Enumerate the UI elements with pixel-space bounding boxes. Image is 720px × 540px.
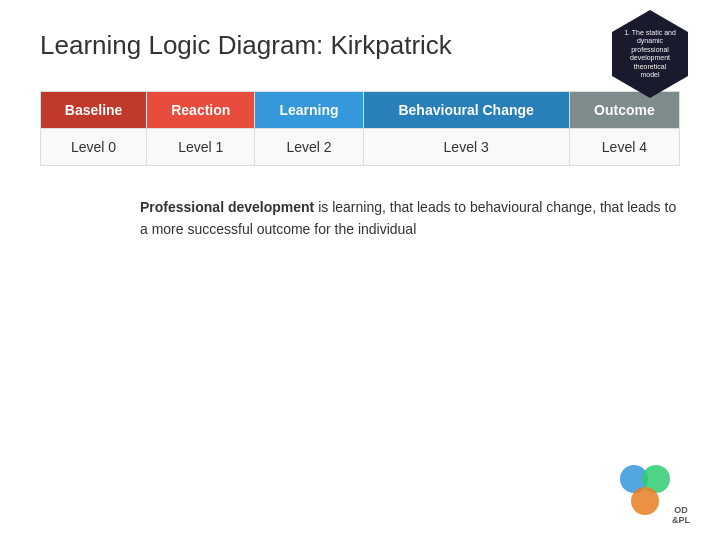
logo-text: OD &PL [672, 505, 690, 525]
kirkpatrick-table: Baseline Reaction Learning Behavioural C… [40, 91, 680, 166]
page-container: Learning Logic Diagram: Kirkpatrick 1. T… [0, 0, 720, 540]
logo-line2: &PL [672, 515, 690, 525]
logo-circle-orange [631, 487, 659, 515]
cell-level1: Level 1 [147, 129, 255, 166]
cell-level4: Level 4 [569, 129, 679, 166]
page-title: Learning Logic Diagram: Kirkpatrick [40, 30, 680, 61]
header-reaction: Reaction [147, 92, 255, 129]
header-behavioural: Behavioural Change [363, 92, 569, 129]
logo-container: OD &PL [620, 465, 690, 525]
table-header-row: Baseline Reaction Learning Behavioural C… [41, 92, 680, 129]
logo-circles [620, 465, 670, 515]
cell-level3: Level 3 [363, 129, 569, 166]
cell-level0: Level 0 [41, 129, 147, 166]
header-learning: Learning [255, 92, 363, 129]
table-data-row: Level 0 Level 1 Level 2 Level 3 Level 4 [41, 129, 680, 166]
cell-level2: Level 2 [255, 129, 363, 166]
hex-shape: 1. The static anddynamicprofessionaldeve… [612, 32, 688, 76]
hex-badge: 1. The static anddynamicprofessionaldeve… [610, 10, 690, 98]
header-baseline: Baseline [41, 92, 147, 129]
hex-text: 1. The static anddynamicprofessionaldeve… [612, 29, 688, 79]
logo-line1: OD [672, 505, 690, 515]
description-text: Professional development is learning, th… [140, 196, 680, 241]
description-bold: Professional development [140, 199, 314, 215]
